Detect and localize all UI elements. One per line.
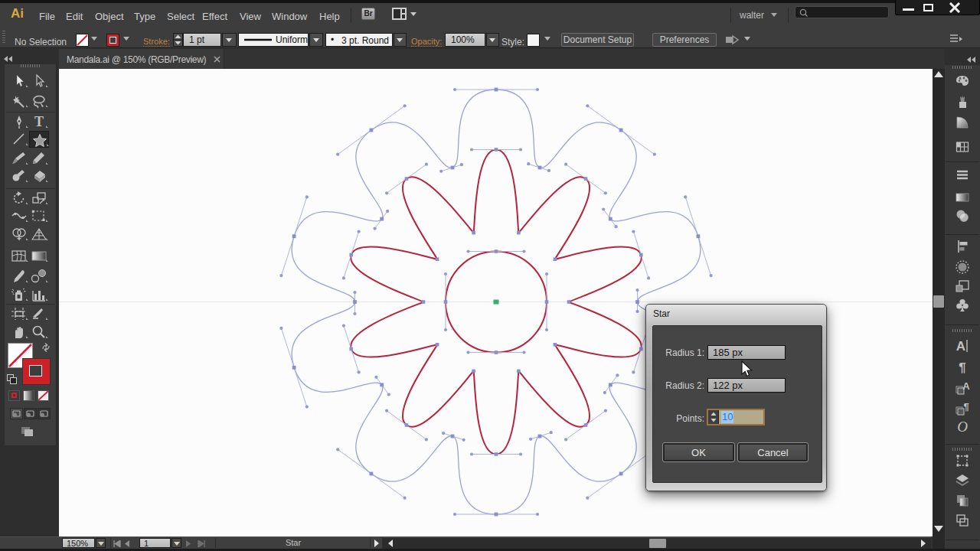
svg-text:¶: ¶ xyxy=(959,360,965,375)
svg-text:¶: ¶ xyxy=(963,401,969,412)
svg-text:T: T xyxy=(34,114,44,129)
svg-text:A: A xyxy=(962,380,970,392)
svg-text:O: O xyxy=(957,419,968,435)
svg-text:A: A xyxy=(956,339,965,354)
